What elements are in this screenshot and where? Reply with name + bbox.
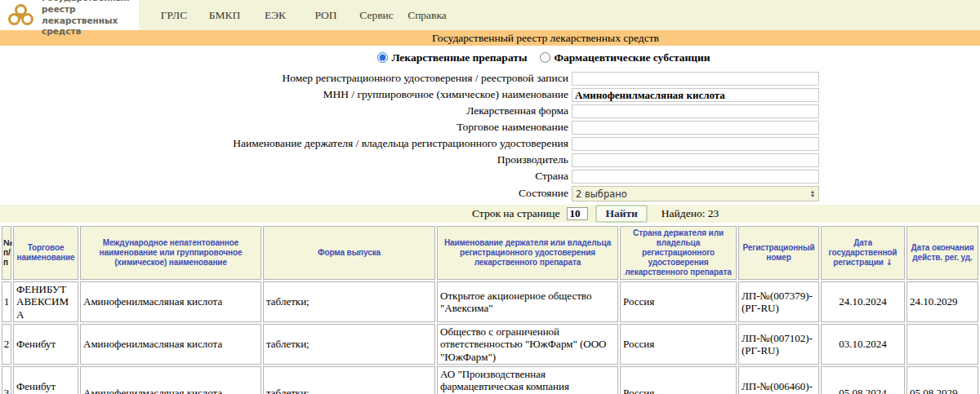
table-header-row: № п/п Торговое наименование Международно… bbox=[2, 226, 978, 280]
trade-name-label: Торговое наименование bbox=[0, 121, 572, 134]
page-title: Государственный реестр лекарственных сре… bbox=[432, 32, 659, 44]
table-row[interactable]: 2 Фенибут Аминофенилмасляная кислота таб… bbox=[2, 324, 978, 365]
rows-per-page-input[interactable] bbox=[567, 207, 588, 220]
reg-number-input[interactable] bbox=[572, 72, 819, 86]
inn-label: МНН / группировочное (химическое) наимен… bbox=[0, 88, 572, 101]
table-row[interactable]: 3 Фенибут Реневал Аминофенилмасляная кис… bbox=[2, 366, 978, 394]
state-select[interactable]: 2 выбрано ▲▼ bbox=[572, 186, 819, 201]
radio-drug-products[interactable]: Лекарственные препараты bbox=[377, 51, 527, 64]
col-header-holder[interactable]: Наименование держателя или владельца рег… bbox=[437, 226, 618, 280]
col-header-exp-date[interactable]: Дата окончания действ. рег. уд. bbox=[906, 226, 978, 280]
select-arrows-icon: ▲▼ bbox=[810, 190, 815, 197]
registry-type-switch: Лекарственные препараты Фармацевтические… bbox=[108, 49, 980, 66]
manufacturer-input[interactable] bbox=[572, 153, 819, 167]
nav-item-grls[interactable]: ГРЛС bbox=[149, 9, 199, 22]
nav-item-rop[interactable]: РОП bbox=[301, 9, 351, 22]
main-nav: ГРЛС БМКП ЕЭК РОП Сервис Справка bbox=[139, 0, 452, 30]
radio-drug-products-label: Лекарственные препараты bbox=[391, 51, 527, 64]
dosage-form-label: Лекарственная форма bbox=[0, 104, 572, 117]
trade-name-input[interactable] bbox=[572, 121, 819, 135]
logo-panel[interactable]: Государственный реестр лекарственных сре… bbox=[0, 0, 139, 30]
col-header-country[interactable]: Страна держателя или владельца регистрац… bbox=[620, 226, 737, 280]
radio-pharma-substances-label: Фармацевтические субстанции bbox=[554, 51, 710, 64]
search-button[interactable]: Найти bbox=[595, 205, 647, 223]
reg-number-label: Номер регистрационного удостоверения / р… bbox=[0, 72, 572, 85]
dosage-form-input[interactable] bbox=[572, 104, 819, 118]
nav-item-eek[interactable]: ЕЭК bbox=[250, 9, 301, 22]
col-header-reg-date[interactable]: Дата государственной регистрации ↓ bbox=[821, 226, 905, 280]
table-row[interactable]: 1 ФЕНИБУТ АВЕКСИМА Аминофенилмасляная ки… bbox=[2, 281, 978, 322]
country-label: Страна bbox=[0, 170, 572, 183]
inn-input[interactable] bbox=[572, 88, 819, 102]
logo-title: Государственный реестр лекарственных сре… bbox=[42, 0, 139, 38]
radio-drug-products-input[interactable] bbox=[377, 52, 388, 63]
col-header-form[interactable]: Форма выпуска bbox=[263, 226, 435, 280]
logo-title-line1: Государственный реестр bbox=[42, 0, 130, 14]
rows-per-page-label: Строк на странице bbox=[472, 207, 559, 220]
sort-desc-icon[interactable]: ↓ bbox=[885, 258, 892, 267]
holder-name-label: Наименование держателя / владельца регис… bbox=[0, 137, 572, 150]
top-bar: Государственный реестр лекарственных сре… bbox=[0, 0, 980, 30]
nav-item-service[interactable]: Сервис bbox=[351, 9, 402, 22]
search-form: Номер регистрационного удостоверения / р… bbox=[0, 72, 980, 201]
state-label: Состояние bbox=[0, 187, 572, 200]
col-header-reg-number[interactable]: Регистрационный номер bbox=[738, 226, 819, 280]
col-header-inn[interactable]: Международное непатентованное наименован… bbox=[80, 226, 261, 280]
found-count: Найдено: 23 bbox=[662, 207, 719, 220]
results-bar: Строк на странице Найти Найдено: 23 bbox=[0, 205, 980, 223]
col-header-num: № п/п bbox=[2, 226, 11, 280]
col-header-trade-name[interactable]: Торговое наименование bbox=[13, 226, 78, 280]
state-select-value: 2 выбрано bbox=[576, 188, 627, 200]
nav-item-help[interactable]: Справка bbox=[402, 9, 452, 22]
holder-name-input[interactable] bbox=[572, 137, 819, 151]
manufacturer-label: Производитель bbox=[0, 153, 572, 166]
results-table: № п/п Торговое наименование Международно… bbox=[0, 224, 980, 394]
radio-pharma-substances-input[interactable] bbox=[540, 52, 550, 63]
page-title-banner: Государственный реестр лекарственных сре… bbox=[0, 30, 980, 46]
radio-pharma-substances[interactable]: Фармацевтические субстанции bbox=[540, 51, 710, 64]
country-input[interactable] bbox=[572, 170, 819, 184]
nav-item-bmkp[interactable]: БМКП bbox=[199, 9, 250, 22]
logo-title-line2: лекарственных средств bbox=[42, 15, 118, 37]
grls-logo-icon bbox=[7, 3, 36, 28]
